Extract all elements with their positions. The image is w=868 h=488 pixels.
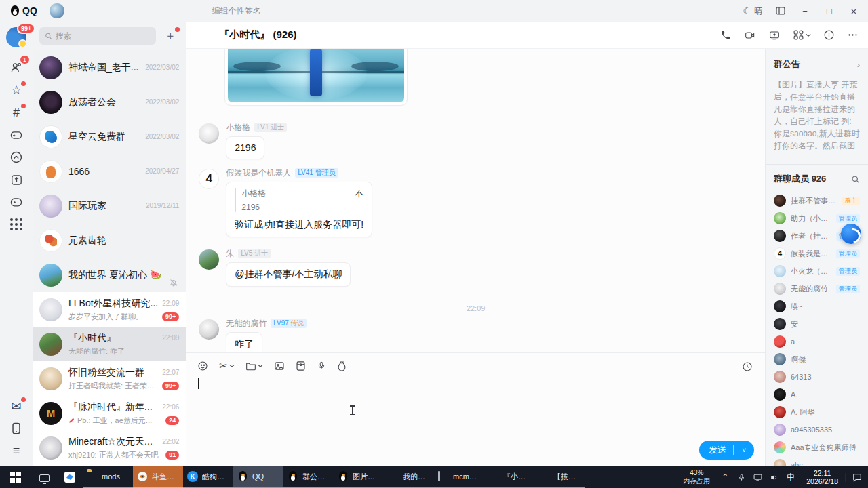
mini-window-icon[interactable] (770, 3, 791, 19)
sender-name[interactable]: 朱 (226, 248, 234, 260)
member-search-icon[interactable] (851, 175, 860, 184)
sidebar-item-menu[interactable]: ≡ (5, 440, 28, 462)
notification-center-button[interactable] (845, 473, 868, 482)
tray-volume-icon[interactable] (766, 473, 782, 482)
pinned-app-bird[interactable] (57, 466, 83, 488)
close-button[interactable]: × (844, 3, 864, 19)
member-row[interactable]: 挂群不管事/不...群主 (774, 192, 860, 209)
user-avatar[interactable] (50, 3, 64, 18)
sidebar-item-channels[interactable]: # (5, 102, 28, 123)
announcement-chevron-icon[interactable]: › (857, 60, 860, 70)
video-call-icon[interactable] (744, 30, 756, 41)
taskbar-app-minecraft-perm[interactable]: 我的世界权... (384, 466, 434, 488)
sidebar-item-mail[interactable]: ✉ (5, 395, 28, 417)
taskbar-clock[interactable]: 22:11 2026/2/18 (800, 469, 845, 485)
message-history-icon[interactable] (742, 361, 753, 372)
conversation-item-selected[interactable]: 『小时代』22:09 无能的腐竹: 咋了 (33, 327, 186, 361)
emoji-icon[interactable] (197, 361, 208, 371)
sender-avatar[interactable] (199, 123, 219, 144)
taskbar-app-image-viewer[interactable]: 图片查看器 (334, 466, 384, 488)
member-row[interactable]: 4假装我是个机...管理员 (774, 245, 860, 262)
voice-message-icon[interactable] (317, 360, 326, 371)
taskbar-app-explorer[interactable]: mods (83, 466, 133, 488)
conversation-item[interactable]: 国际玩家2019/12/11 (33, 188, 186, 223)
taskbar-app-qq-announcement[interactable]: 群公告- [... (283, 466, 334, 488)
member-row[interactable]: a945305335 (774, 421, 860, 439)
announcement-body[interactable]: 【图片】直播大亨 开荒后，任意平台开始直播 凡是靠你直播拉进来的人，自己打上标记… (774, 79, 860, 153)
screenshot-icon[interactable]: ✂ (219, 361, 235, 371)
sidebar-item-share[interactable] (5, 169, 28, 190)
sidebar-item-favorites[interactable]: ☆ (5, 79, 28, 101)
weather-widget[interactable]: ☾ 晴 (738, 4, 766, 18)
member-row[interactable]: a (774, 333, 860, 350)
sender-name[interactable]: 假装我是个机器人 (226, 167, 291, 179)
sidebar-item-discover[interactable] (5, 146, 28, 168)
sender-name[interactable]: 小格格 (226, 122, 250, 134)
conversation-item[interactable]: 16662020/04/27 (33, 154, 186, 188)
conversation-item[interactable]: 放荡者公会2022/03/02 (33, 85, 186, 119)
add-button[interactable]: ＋ (161, 27, 179, 45)
conversation-item[interactable]: 我的世界 夏沁初心 🍉 (33, 258, 186, 292)
group-apps-icon[interactable] (793, 29, 811, 41)
shared-image-message[interactable] (224, 49, 408, 106)
sidebar-item-more-apps[interactable] (5, 214, 28, 235)
conversation-item[interactable]: 神域帝国_老干...2022/03/02 (33, 50, 186, 85)
member-row[interactable]: 64313 (774, 368, 860, 386)
message-bubble[interactable]: 小格格 不 2196 验证成功!直接进入服务器即可! (226, 182, 372, 237)
sidebar-item-mobile[interactable] (5, 418, 28, 439)
red-packet-icon[interactable] (296, 361, 306, 371)
conversation-item[interactable]: Minecraft☆次元天...22:02 xhj9210: 正常人都不会天吧9… (33, 430, 186, 465)
voice-call-icon[interactable] (720, 29, 732, 41)
member-row[interactable]: 小火龙（玩法...管理员 (774, 262, 860, 280)
member-row[interactable]: A. (774, 386, 860, 403)
sender-avatar[interactable] (199, 249, 219, 270)
member-row[interactable]: abc (774, 456, 860, 466)
member-row[interactable]: Aaa专业套狗累师傅 (774, 439, 860, 456)
file-icon[interactable] (245, 361, 263, 371)
member-row[interactable]: 安 (774, 315, 860, 333)
member-row[interactable]: 无能的腐竹管理员 (774, 280, 860, 298)
message-bubble[interactable]: 咋了 (226, 332, 262, 352)
member-row[interactable]: 啊傑 (774, 350, 860, 368)
hidden-icons-chevron[interactable]: ⌃ (717, 472, 733, 482)
add-member-icon[interactable] (823, 29, 835, 41)
maximize-button[interactable]: □ (819, 3, 840, 19)
memory-usage-widget[interactable]: 43% 内存占用 (676, 469, 717, 485)
tray-network-icon[interactable] (749, 474, 766, 481)
picture-icon[interactable] (274, 361, 285, 371)
conversation-item[interactable]: LLBot外星科技研究...22:09 岁岁平安加入了群聊。99+ (33, 292, 186, 327)
message-bubble[interactable]: @挂群不管事/不主动私聊 (226, 262, 351, 287)
message-input-area[interactable]: ✂ (186, 352, 765, 466)
search-box[interactable] (39, 27, 156, 45)
send-options-chevron[interactable]: ˅ (738, 447, 750, 454)
sidebar-item-games[interactable] (5, 191, 28, 213)
sidebar-item-game-center[interactable] (5, 124, 28, 146)
start-button[interactable] (0, 466, 31, 488)
sender-avatar[interactable]: 4 (199, 169, 219, 189)
taskbar-app-mcmod[interactable]: mcmod.in... (434, 466, 484, 488)
sender-avatar[interactable] (199, 319, 219, 340)
taskbar-app-qq[interactable]: QQ (233, 466, 283, 488)
sender-name[interactable]: 无能的腐竹 (226, 318, 267, 329)
task-view-button[interactable] (31, 466, 57, 488)
tray-mic-icon[interactable] (733, 473, 749, 482)
screen-share-icon[interactable] (768, 30, 781, 41)
sidebar-item-contacts[interactable]: 1 (5, 57, 28, 79)
reply-quote[interactable]: 小格格 不 2196 (235, 188, 363, 212)
taskbar-app-kugou[interactable]: K 酷狗音乐 (183, 466, 233, 488)
taskbar-app-douyu[interactable]: 斗鱼直播伴... (133, 466, 183, 488)
search-input[interactable] (56, 31, 151, 41)
message-bubble[interactable]: 2196 (226, 136, 264, 159)
conversation-item[interactable]: 怀旧粉丝交流一群22:07 打王者吗我就菜: 王者荣...99+ (33, 361, 186, 396)
ime-indicator[interactable]: 中 (782, 472, 800, 483)
conversation-item[interactable]: 元素齿轮 (33, 223, 186, 258)
send-button[interactable]: 发送 ˅ (699, 441, 754, 460)
taskbar-app-badao[interactable]: 【拔刀】-... (534, 466, 585, 488)
minimize-button[interactable]: − (795, 3, 815, 19)
conversation-item[interactable]: M 『脉冲时代』新年...22:06 Pb.: 工业，ae然后元... 24 (33, 396, 186, 430)
conversation-item[interactable]: 星空云免费群2022/03/02 (33, 119, 186, 154)
signature-text[interactable]: 编辑个性签名 (212, 5, 261, 17)
member-row[interactable]: A. 阿华 (774, 403, 860, 421)
lucky-bag-icon[interactable] (337, 361, 347, 371)
floating-blue-ball-icon[interactable] (841, 224, 861, 244)
